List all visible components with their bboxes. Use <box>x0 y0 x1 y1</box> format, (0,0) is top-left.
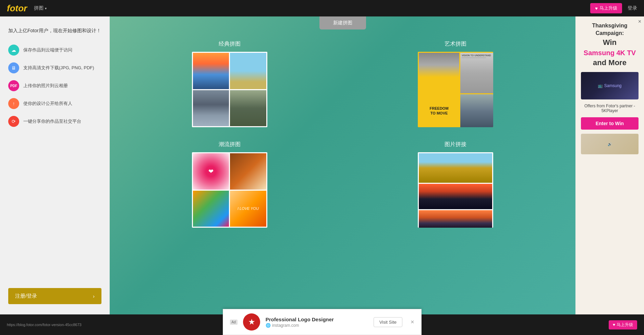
ad-close-button[interactable]: × <box>638 19 641 25</box>
ad-and-more-label: and More <box>581 58 639 68</box>
feature-public: ↑ 使你的设计公开给所有人 <box>8 98 101 109</box>
content-area: 新建拼图 经典拼图 艺术拼图 <box>110 16 575 314</box>
register-arrow-icon: › <box>93 293 95 299</box>
top-navigation: fotor 拼图 ▾ ♥ 马上升级 登录 <box>0 0 644 16</box>
feature-share-text: 一键分享你的作品至社交平台 <box>23 118 81 124</box>
new-collage-bar: 新建拼图 <box>319 16 366 29</box>
ad-tag: Ad <box>230 320 238 325</box>
ad-bottom-close-button[interactable]: × <box>411 319 414 326</box>
splice-cell-3 <box>419 210 492 228</box>
ad-brand-info: Professional Logo Designer 🌐 instagram.c… <box>266 316 368 328</box>
ad-brand-name: Professional Logo Designer <box>266 316 368 322</box>
sidebar-title: 加入上亿Fotor用户，现在开始修图和设计！ <box>8 27 101 34</box>
feature-cloud: ☁ 保存作品到云端便于访问 <box>8 45 101 56</box>
collage-grid: 经典拼图 艺术拼图 VISION TO UNDERSTAND <box>123 40 562 228</box>
ad-logo: ★ <box>243 313 260 331</box>
upgrade-label: 马上升级 <box>599 5 617 11</box>
visit-site-button[interactable]: Visit Site <box>374 317 402 327</box>
topnav-right: ♥ 马上升级 登录 <box>590 3 637 13</box>
splice-collage-section: 图片拼接 <box>350 141 562 228</box>
ad-offers-text: Offers from Fotor's partner - 5KPlayer <box>581 104 639 113</box>
trend-cell-1: ❤ <box>193 153 229 190</box>
art-freedom-text: FREEDOM TO MOVE <box>430 106 449 116</box>
upgrade-button[interactable]: ♥ 马上升级 <box>590 3 622 13</box>
art-collage-section: 艺术拼图 VISION TO UNDERSTAND FREEDOM TO MOV… <box>350 40 562 127</box>
share-icon: ⟳ <box>8 116 19 127</box>
art-cell-text: FREEDOM TO MOVE <box>419 94 459 127</box>
art-collage-preview[interactable]: VISION TO UNDERSTAND FREEDOM TO MOVE <box>418 52 493 127</box>
ad-panel: × Thanksgiving Campaign: Win Samsung 4K … <box>575 16 644 314</box>
chevron-down-icon: ▾ <box>45 7 47 10</box>
fotor-logo: fotor <box>7 3 27 14</box>
feature-album: PDF 上传你的照片到云相册 <box>8 80 101 91</box>
splice-cell-2 <box>419 184 492 210</box>
new-collage-button[interactable]: 新建拼图 <box>319 16 366 29</box>
main-layout: 加入上亿Fotor用户，现在开始修图和设计！ ☁ 保存作品到云端便于访问 🖥 支… <box>0 16 644 314</box>
bottom-upgrade-label: 马上升级 <box>617 322 633 328</box>
feature-share: ⟳ 一键分享你的作品至社交平台 <box>8 116 101 127</box>
trend-collage-title: 潮流拼图 <box>219 141 241 148</box>
splice-cell-1 <box>419 153 492 183</box>
ad-device-image: 🔊 <box>581 134 639 154</box>
bottom-upgrade-button[interactable]: ♥ 马上升级 <box>609 320 637 330</box>
art-cell-car <box>419 53 459 93</box>
heart-icon-small: ♥ <box>613 322 615 327</box>
trend-collage-section: 潮流拼图 ❤ I LOVE YOU <box>123 141 336 228</box>
bottom-upgrade: ♥ 马上升级 <box>609 320 637 330</box>
sidebar-features-list: ☁ 保存作品到云端便于访问 🖥 支持高清文件下载(JPG, PNG, PDF) … <box>8 45 101 278</box>
trend-cell-4: I LOVE YOU <box>230 191 266 227</box>
ad-product-highlight: Samsung 4K TV <box>581 48 639 58</box>
classic-collage-title: 经典拼图 <box>219 40 241 48</box>
ad-win-label: Win <box>581 37 639 48</box>
register-label: 注册/登录 <box>15 293 37 299</box>
feature-public-text: 使你的设计公开给所有人 <box>23 100 72 107</box>
monitor-icon: 🖥 <box>8 62 19 73</box>
classic-cell-1 <box>193 53 229 89</box>
feature-download-text: 支持高清文件下载(JPG, PNG, PDF) <box>23 65 94 71</box>
trend-cell-3 <box>193 191 229 227</box>
classic-cell-3 <box>193 90 229 127</box>
trend-cell-2 <box>230 153 266 190</box>
collage-menu[interactable]: 拼图 ▾ <box>34 5 47 11</box>
art-cell-building: VISION TO UNDERSTAND <box>460 53 493 93</box>
splice-collage-title: 图片拼接 <box>445 141 466 148</box>
ad-campaign-label: Thanksgiving Campaign: Win Samsung 4K TV… <box>581 22 639 68</box>
art-cell-photo <box>460 94 493 127</box>
feature-cloud-text: 保存作品到云端便于访问 <box>23 47 72 53</box>
heart-icon: ♥ <box>595 6 598 11</box>
feature-download: 🖥 支持高清文件下载(JPG, PNG, PDF) <box>8 62 101 73</box>
collage-menu-label: 拼图 <box>34 5 44 11</box>
register-button[interactable]: 注册/登录 › <box>8 288 101 304</box>
globe-icon: 🌐 <box>266 323 271 328</box>
classic-collage-preview[interactable] <box>192 52 267 127</box>
pdf-icon: PDF <box>8 80 19 91</box>
trend-collage-preview[interactable]: ❤ I LOVE YOU <box>192 152 267 228</box>
login-button[interactable]: 登录 <box>628 5 637 11</box>
classic-cell-4 <box>230 90 266 127</box>
feature-album-text: 上传你的照片到云相册 <box>23 83 68 89</box>
art-collage-title: 艺术拼图 <box>445 40 466 48</box>
sidebar: 加入上亿Fotor用户，现在开始修图和设计！ ☁ 保存作品到云端便于访问 🖥 支… <box>0 16 110 314</box>
enter-to-win-button[interactable]: Enter to Win <box>581 117 639 130</box>
classic-cell-2 <box>230 53 266 89</box>
classic-collage-section: 经典拼图 <box>123 40 336 127</box>
ad-brand-url: 🌐 instagram.com <box>266 323 368 328</box>
upload-icon: ↑ <box>8 98 19 109</box>
samsung-image: 📺 Samsung <box>581 72 639 99</box>
splice-collage-preview[interactable] <box>418 152 493 228</box>
cloud-icon: ☁ <box>8 45 19 56</box>
bottom-ad-bar: Ad ★ Professional Logo Designer 🌐 instag… <box>223 309 422 335</box>
status-url: https://blog.fotor.com/fotor-version-45c… <box>7 323 82 327</box>
